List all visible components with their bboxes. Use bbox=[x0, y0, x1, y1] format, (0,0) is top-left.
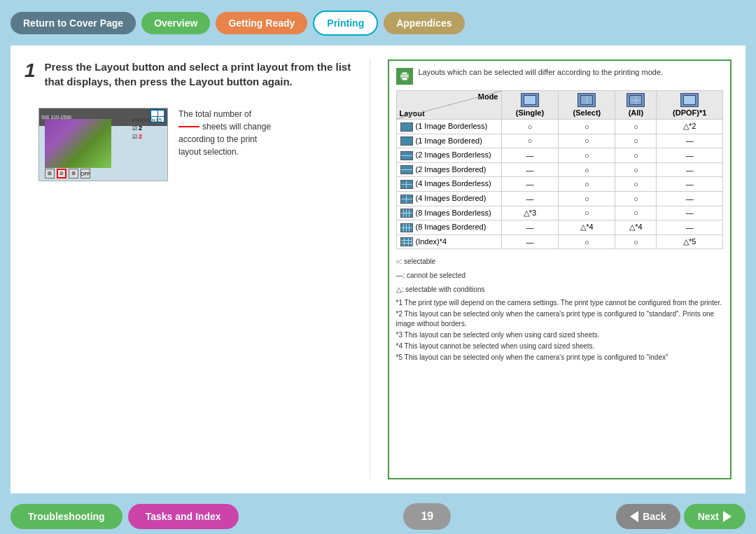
cell-all: ○ bbox=[615, 191, 657, 206]
layout-name: (Index)*4 bbox=[416, 237, 447, 246]
layout-icon bbox=[400, 195, 413, 204]
table-row: (4 Images Borderless)—○○— bbox=[396, 177, 723, 192]
col-dpof-label: (DPOF)*1 bbox=[673, 108, 706, 117]
cell-dpof: — bbox=[657, 191, 723, 206]
step-number: 1 bbox=[24, 59, 36, 82]
desc-line2-wrapper: sheets will change bbox=[178, 120, 271, 133]
cam-icon-2: ⚙ bbox=[69, 169, 78, 178]
back-button[interactable]: Back bbox=[616, 504, 680, 529]
cell-dpof: — bbox=[657, 220, 723, 235]
desc-line4: layout selection. bbox=[178, 146, 271, 158]
table-row: (4 Images Bordered)—○○— bbox=[396, 191, 723, 206]
main-content: 1 Press the Layout button and select a p… bbox=[10, 45, 746, 493]
camera-photo bbox=[45, 119, 111, 168]
layout-icon bbox=[400, 165, 413, 174]
camera-screenshot: SIS 110-1530 P4x6/10x15 ☑ 2 ☑ 2 bbox=[38, 108, 168, 181]
printing-button[interactable]: Printing bbox=[313, 10, 378, 36]
cell-select: ○ bbox=[559, 134, 615, 148]
svg-rect-1 bbox=[402, 72, 407, 75]
green-icon bbox=[396, 68, 413, 85]
cell-select: ○ bbox=[559, 148, 615, 163]
cell-dpof: — bbox=[657, 148, 723, 163]
desc-line2: sheets will change bbox=[202, 120, 271, 133]
photo-size-label: P4x6/10x15 bbox=[132, 117, 164, 123]
layout-name: (4 Images Bordered) bbox=[416, 194, 486, 202]
layout-label: Layout bbox=[400, 109, 425, 118]
vertical-divider bbox=[370, 59, 370, 479]
footnotes-section: ○: selectable —: cannot be selected △: s… bbox=[396, 256, 724, 363]
tasks-and-index-button[interactable]: Tasks and Index bbox=[128, 504, 239, 529]
getting-ready-button[interactable]: Getting Ready bbox=[216, 12, 307, 34]
left-panel: 1 Press the Layout button and select a p… bbox=[24, 59, 352, 479]
footnote-5: *5 This layout can be selected only when… bbox=[396, 353, 724, 363]
cell-single: — bbox=[501, 234, 559, 249]
table-row: (8 Images Bordered)—△*4△*4— bbox=[396, 220, 723, 235]
desc-line1: The total number of bbox=[178, 108, 271, 120]
sheet-count-row2: ☑ 2 bbox=[132, 133, 164, 140]
layout-icon bbox=[400, 237, 413, 246]
cell-single: — bbox=[501, 162, 559, 177]
cell-dpof: — bbox=[657, 206, 723, 220]
layout-cell: (4 Images Bordered) bbox=[396, 191, 501, 206]
cell-all: ○ bbox=[615, 177, 657, 192]
col-select-header: (Select) bbox=[559, 91, 615, 120]
col-all-header: (All) bbox=[615, 91, 657, 120]
return-to-cover-button[interactable]: Return to Cover Page bbox=[10, 12, 136, 34]
cell-single: ○ bbox=[501, 120, 559, 134]
cell-select: ○ bbox=[559, 162, 615, 177]
cell-all: ○ bbox=[615, 234, 657, 249]
camera-bottom-icons: ⊞ ⊞ ⚙ OFF bbox=[45, 169, 90, 178]
table-header-note: Layouts which can be selected will diffe… bbox=[396, 68, 724, 85]
troubleshooting-button[interactable]: Troubleshooting bbox=[10, 504, 122, 529]
sheet-count-row: ☑ 2 bbox=[132, 125, 164, 132]
cam-icon-3: OFF bbox=[80, 169, 90, 178]
step-instruction: Press the Layout button and select a pri… bbox=[45, 59, 352, 89]
layout-table: Mode Layout (Single) bbox=[396, 90, 724, 249]
diagonal-header: Mode Layout bbox=[396, 91, 501, 120]
layout-cell: (Index)*4 bbox=[396, 234, 501, 249]
cell-all: ○ bbox=[615, 162, 657, 177]
desc-line3: according to the print bbox=[178, 133, 271, 146]
camera-right-panel: P4x6/10x15 ☑ 2 ☑ 2 bbox=[132, 117, 164, 140]
page-number: 19 bbox=[403, 503, 451, 530]
cell-single: — bbox=[501, 177, 559, 192]
red-line-indicator bbox=[178, 126, 200, 127]
col-single-header: (Single) bbox=[501, 91, 559, 120]
layout-icon bbox=[400, 180, 413, 189]
header-note-text: Layouts which can be selected will diffe… bbox=[419, 68, 664, 76]
footnote-3: *3 This layout can be selected only when… bbox=[396, 330, 724, 340]
next-label: Next bbox=[698, 511, 719, 522]
table-row: (8 Images Borderless)△*3○○— bbox=[396, 206, 723, 220]
col-dpof-header: (DPOF)*1 bbox=[657, 91, 723, 120]
layout-cell: (2 Images Bordered) bbox=[396, 162, 501, 177]
camera-screenshot-section: SIS 110-1530 P4x6/10x15 ☑ 2 ☑ 2 bbox=[38, 108, 352, 181]
all-icon bbox=[626, 93, 645, 107]
back-next-group: Back Next bbox=[616, 504, 746, 529]
cell-select: ○ bbox=[559, 120, 615, 134]
layout-icon bbox=[400, 136, 413, 146]
legend-circle: ○: selectable bbox=[396, 256, 724, 267]
cell-select: ○ bbox=[559, 234, 615, 249]
overview-button[interactable]: Overview bbox=[141, 12, 210, 34]
cell-dpof: △*2 bbox=[657, 120, 723, 134]
cam-icon-layout-selected: ⊞ bbox=[57, 169, 66, 178]
layout-name: (4 Images Borderless) bbox=[416, 179, 491, 188]
cell-dpof: △*5 bbox=[657, 234, 723, 249]
col-select-label: (Select) bbox=[573, 108, 601, 117]
cell-select: △*4 bbox=[559, 220, 615, 235]
layout-cell: (8 Images Bordered) bbox=[396, 220, 501, 235]
layout-name: (8 Images Bordered) bbox=[416, 223, 486, 231]
top-navigation: Return to Cover Page Overview Getting Re… bbox=[0, 0, 756, 45]
table-row: (1 Image Borderless)○○○△*2 bbox=[396, 120, 723, 134]
legend-dash: —: cannot be selected bbox=[396, 270, 724, 281]
cell-select: ○ bbox=[559, 177, 615, 192]
layout-icon bbox=[400, 209, 413, 218]
mode-label: Mode bbox=[478, 92, 498, 101]
layout-name: (1 Image Borderless) bbox=[416, 122, 488, 130]
table-row: (2 Images Borderless)—○○— bbox=[396, 148, 723, 163]
next-button[interactable]: Next bbox=[684, 504, 746, 529]
cam-icon-1: ⊞ bbox=[45, 169, 55, 178]
appendices-button[interactable]: Appendices bbox=[384, 12, 464, 34]
table-row: (1 Image Bordered)○○○— bbox=[396, 134, 723, 148]
cell-all: ○ bbox=[615, 206, 657, 220]
